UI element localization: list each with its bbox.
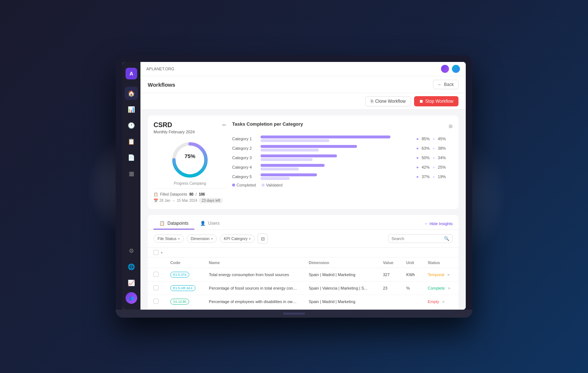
legend-completed: Completed	[232, 183, 256, 187]
table-body: E1.5.37a Total energy consumption from f…	[148, 268, 458, 310]
svg-text:75%: 75%	[184, 153, 195, 159]
clone-label: Clone Workflow	[375, 99, 406, 104]
sidebar-logo[interactable]: A	[126, 68, 137, 79]
row-code: E1.5.AR.34.ii	[164, 282, 203, 295]
completed-dot: ●	[416, 146, 419, 150]
sidebar-avatar[interactable]: 👥	[126, 292, 137, 304]
send-icon[interactable]: ➤	[447, 272, 450, 277]
search-icon[interactable]: 🔍	[444, 236, 449, 241]
search-container: 🔍	[388, 234, 453, 243]
filled-label: Filled Datapoints	[160, 192, 187, 196]
campaign-subtitle: Monthly February 2024	[154, 130, 226, 134]
search-input[interactable]	[392, 236, 442, 241]
row-code: S1.12.80	[164, 295, 203, 309]
row-checkbox[interactable]	[154, 299, 159, 304]
file-status-chevron: ▾	[178, 237, 180, 241]
users-tab-icon: 👤	[200, 221, 206, 226]
sidebar-item-chart[interactable]: 📊	[125, 103, 138, 116]
bar-validated	[261, 139, 329, 142]
select-all-chevron[interactable]: ▾	[161, 251, 163, 255]
row-checkbox-cell	[148, 282, 164, 295]
row-dimension: Spain | Valencia | Marketing | S...	[303, 309, 377, 310]
kpi-category-filter[interactable]: KPI Category ▾	[220, 235, 255, 243]
date-start: 28 Jan	[159, 199, 170, 203]
cat-label: Category 1	[232, 137, 258, 141]
row-checkbox-cell	[148, 309, 164, 310]
sidebar-item-settings[interactable]: ⚙	[125, 244, 138, 257]
file-status-filter[interactable]: File Status ▾	[154, 235, 184, 243]
chart-category-row: Category 5 ● 37% ● 19%	[232, 173, 453, 180]
dimension-label: Dimension	[191, 236, 210, 241]
dimension-chevron: ▾	[211, 237, 213, 241]
edit-icon[interactable]: ✏	[222, 122, 226, 128]
row-checkbox[interactable]	[154, 272, 159, 277]
progress-caption: Progress Campaing	[174, 181, 206, 185]
completed-pct: 85%	[422, 137, 430, 141]
chart-bars: Category 1 ● 85% ● 45% Category 2 ● 63% …	[232, 136, 453, 180]
bar-completed	[261, 173, 317, 176]
sidebar-item-clipboard[interactable]: 📋	[125, 135, 138, 148]
calendar-icon: 📅	[154, 199, 158, 203]
campaign-frequency: Monthly	[154, 130, 168, 134]
clone-workflow-button[interactable]: ⎘ Clone Workflow	[365, 96, 411, 106]
table-row: E1.5.37a Total energy consumption from f…	[148, 268, 458, 282]
sidebar-item-history[interactable]: 🕐	[125, 119, 138, 132]
stop-label: Stop Workflow	[425, 99, 453, 104]
sidebar-item-globe[interactable]: 🌐	[125, 260, 138, 273]
tab-datapoints[interactable]: 📋 Datapoints	[154, 218, 194, 229]
sidebar-item-document[interactable]: 📄	[125, 151, 138, 164]
row-status: Empty ➤	[422, 295, 458, 309]
sidebar-item-grid[interactable]: ▦	[125, 167, 138, 180]
filter-icon-button[interactable]: ⊟	[258, 233, 268, 244]
row-value	[377, 295, 400, 309]
date-end: 15 Mar 2024	[177, 199, 197, 203]
completed-pct: 37%	[422, 174, 430, 179]
legend-validated: Validated	[262, 183, 282, 187]
completed-dot: ●	[416, 165, 419, 169]
bar-completed	[261, 164, 325, 167]
top-avatar-1	[441, 65, 449, 73]
datapoints-tab-label: Datapoints	[167, 221, 188, 226]
cat-bars	[261, 154, 413, 161]
bar-validated	[261, 168, 299, 170]
row-name: Percentage of fossil sources in total en…	[203, 282, 303, 295]
back-button[interactable]: ← Back	[433, 80, 458, 89]
dimension-filter[interactable]: Dimension ▾	[187, 235, 217, 243]
sidebar-item-home[interactable]: 🏠	[125, 87, 138, 100]
page-header: Workflows ← Back	[140, 76, 466, 93]
th-unit: Unit	[401, 258, 422, 268]
validated-pct: 19%	[438, 174, 446, 179]
row-code: S1.15.93.b.i	[164, 309, 203, 310]
th-value: Value	[377, 258, 400, 268]
row-checkbox[interactable]	[154, 285, 159, 290]
kpi-chevron: ▾	[249, 237, 251, 241]
top-section: CSRD ✏ Monthly February 2024	[148, 115, 458, 209]
validated-pct: 25%	[438, 165, 446, 169]
completed-pct: 50%	[422, 156, 430, 160]
stop-workflow-button[interactable]: ⏹ Stop Workflow	[414, 96, 458, 106]
send-icon[interactable]: ➤	[442, 299, 445, 304]
kpi-label: KPI Category	[224, 236, 247, 241]
sidebar: A 🏠 📊 🕐 📋 📄 ▦ ⚙ 🌐 📈 👥	[122, 62, 140, 310]
validated-pct: 45%	[438, 137, 446, 141]
row-unit: KWh	[401, 268, 422, 282]
hide-insights-button[interactable]: ← Hide Insights	[424, 221, 453, 226]
chart-filter-icon[interactable]: ⊞	[449, 123, 453, 129]
row-unit	[401, 295, 422, 309]
cat-label: Category 4	[232, 165, 258, 169]
cat-label: Category 3	[232, 156, 258, 160]
completed-pct: 63%	[422, 146, 430, 150]
select-all-checkbox[interactable]	[154, 250, 159, 255]
send-icon[interactable]: ➤	[448, 286, 451, 290]
campaign-period: February 2024	[169, 130, 195, 134]
validated-dot: ●	[433, 137, 435, 141]
tab-users[interactable]: 👤 Users	[194, 218, 226, 229]
th-status: Status	[422, 258, 458, 268]
chart-category-row: Category 3 ● 50% ● 34%	[232, 154, 453, 161]
cat-stats: ● 42% ● 25%	[416, 165, 453, 169]
bar-completed	[261, 145, 357, 148]
validated-dot: ●	[433, 165, 435, 169]
status-badge: Complete	[428, 286, 445, 290]
sidebar-item-analytics[interactable]: 📈	[125, 276, 138, 289]
chart-category-row: Category 1 ● 85% ● 45%	[232, 136, 453, 142]
